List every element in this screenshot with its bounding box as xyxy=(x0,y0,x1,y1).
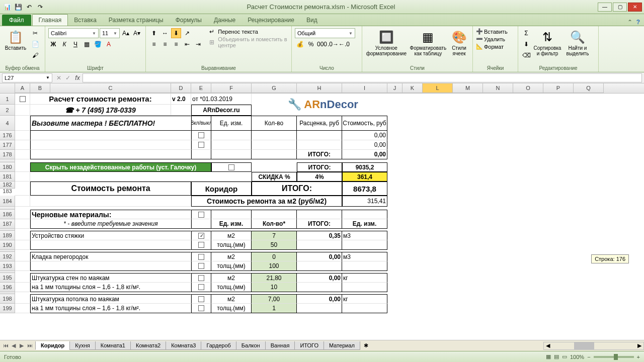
col-header[interactable]: F xyxy=(211,83,252,93)
fx-icon[interactable]: fx xyxy=(72,74,83,81)
last-sheet-icon[interactable]: ⏭ xyxy=(26,342,33,349)
view-break-icon[interactable]: ▭ xyxy=(562,353,567,360)
checkbox[interactable] xyxy=(198,305,204,311)
align-right-icon[interactable]: ≡ xyxy=(171,39,181,49)
row-header[interactable]: 2 xyxy=(0,105,15,116)
checkbox[interactable] xyxy=(198,212,204,218)
sheet-tab[interactable]: Комната3 xyxy=(166,341,201,350)
fill-color-icon[interactable]: 🪣 xyxy=(93,39,103,49)
row-header[interactable]: 192 xyxy=(0,252,15,261)
enter-icon[interactable]: ✓ xyxy=(63,74,72,81)
clear-icon[interactable]: ⌫ xyxy=(521,50,531,60)
col-header[interactable]: J xyxy=(387,83,403,93)
row-header[interactable]: 196 xyxy=(0,283,15,292)
col-header[interactable]: K xyxy=(403,83,423,93)
zoom-out-icon[interactable]: − xyxy=(587,354,590,360)
name-box[interactable]: L27▼ xyxy=(2,73,52,82)
row-header[interactable]: 190 xyxy=(0,240,15,250)
cond-format-button[interactable]: 🔲Условное форматирование xyxy=(365,28,408,70)
help-icon[interactable]: ? xyxy=(636,19,640,26)
close-button[interactable]: ✕ xyxy=(628,3,642,12)
h-scrollbar[interactable]: ◀ ▶ xyxy=(543,342,644,350)
font-name-combo[interactable]: Calibri▼ xyxy=(48,28,99,38)
col-header[interactable]: O xyxy=(513,83,543,93)
new-sheet-icon[interactable]: ✱ xyxy=(360,342,372,349)
header-title[interactable]: Расчет стоимости ремонта: xyxy=(30,94,171,105)
col-header[interactable]: C xyxy=(50,83,171,93)
insert-cells-button[interactable]: ➕ Вставить xyxy=(476,28,515,35)
col-header[interactable]: L xyxy=(423,83,453,93)
col-header[interactable]: A xyxy=(15,83,30,93)
grid-body[interactable]: 1 Расчет стоимости ремонта: v 2.0 от *01… xyxy=(0,94,644,313)
tab-formulas[interactable]: Формулы xyxy=(170,15,208,26)
tab-insert[interactable]: Вставка xyxy=(68,15,103,26)
checkbox[interactable] xyxy=(198,263,204,269)
checkbox[interactable] xyxy=(228,164,234,170)
indent-inc-icon[interactable]: ⇥ xyxy=(193,39,203,49)
row-header[interactable]: 184 xyxy=(0,196,15,207)
row-header[interactable]: 180 xyxy=(0,162,15,172)
col-header[interactable]: G xyxy=(252,83,297,93)
tab-data[interactable]: Данные xyxy=(208,15,242,26)
checkbox[interactable] xyxy=(198,254,204,260)
row-header[interactable]: 189 xyxy=(0,231,15,240)
row-header[interactable]: 4 xyxy=(0,116,15,131)
site-link[interactable]: ARnDecor.ru xyxy=(191,105,252,116)
shrink-font-icon[interactable]: A▾ xyxy=(132,28,142,38)
cancel-icon[interactable]: ✕ xyxy=(54,74,63,81)
prev-sheet-icon[interactable]: ◀ xyxy=(10,342,17,349)
zoom-level[interactable]: 100% xyxy=(570,354,584,360)
col-header[interactable]: P xyxy=(543,83,574,93)
row-header[interactable]: 178 xyxy=(0,150,15,159)
format-painter-icon[interactable]: 🖌 xyxy=(30,50,40,60)
align-left-icon[interactable]: ≡ xyxy=(149,39,159,49)
row-header[interactable]: 176 xyxy=(0,131,15,140)
sheet-tab[interactable]: Материал xyxy=(324,341,360,350)
paste-button[interactable]: 📋 Вставить xyxy=(3,28,28,70)
select-all-corner[interactable] xyxy=(0,83,15,93)
align-bottom-icon[interactable]: ⬇ xyxy=(171,28,181,38)
row-header[interactable]: 186 xyxy=(0,210,15,219)
checkbox[interactable] xyxy=(198,142,204,148)
formula-input[interactable] xyxy=(83,73,642,82)
col-header[interactable]: H xyxy=(297,83,342,93)
col-header[interactable]: D xyxy=(171,83,191,93)
row-header[interactable]: 198 xyxy=(0,294,15,304)
col-header[interactable]: M xyxy=(453,83,483,93)
align-top-icon[interactable]: ⬆ xyxy=(149,28,159,38)
zoom-in-icon[interactable]: + xyxy=(637,354,640,360)
minimize-button[interactable]: — xyxy=(598,3,612,12)
sheet-tab[interactable]: Комната2 xyxy=(130,341,166,350)
minimize-ribbon-icon[interactable]: ⌃ xyxy=(627,19,632,26)
autosum-icon[interactable]: Σ xyxy=(521,28,531,38)
checkbox[interactable] xyxy=(198,296,204,302)
copy-icon[interactable]: 📄 xyxy=(30,39,40,49)
bold-button[interactable]: Ж xyxy=(48,39,58,49)
maximize-button[interactable]: ▢ xyxy=(613,3,627,12)
undo-icon[interactable]: ↶ xyxy=(24,2,34,12)
inc-decimal-icon[interactable]: .0→ xyxy=(328,39,338,49)
checkbox[interactable] xyxy=(198,242,204,248)
currency-icon[interactable]: 💰 xyxy=(295,39,305,49)
row-header[interactable]: 181 xyxy=(0,172,15,182)
comma-icon[interactable]: 000 xyxy=(317,39,327,49)
merge-button[interactable]: ⊞ Объединить и поместить в центре xyxy=(209,36,288,48)
row-header[interactable]: 195 xyxy=(0,273,15,283)
indent-dec-icon[interactable]: ⇤ xyxy=(182,39,192,49)
borders-icon[interactable]: ▦ xyxy=(82,39,92,49)
tab-layout[interactable]: Разметка страницы xyxy=(103,15,170,26)
find-select-button[interactable]: 🔍Найти и выделить xyxy=(564,28,592,70)
font-color-icon[interactable]: A xyxy=(104,39,114,49)
sheet-tab[interactable]: Комната1 xyxy=(95,341,131,350)
align-middle-icon[interactable]: ↔ xyxy=(160,28,170,38)
grid[interactable]: A B C D E F G H I J K L M N O P Q 1 Расч… xyxy=(0,83,644,340)
checkbox[interactable] xyxy=(20,96,26,102)
first-sheet-icon[interactable]: ⏮ xyxy=(2,342,9,349)
percent-icon[interactable]: % xyxy=(306,39,316,49)
wrap-text-button[interactable]: ↵ Перенос текста xyxy=(209,28,288,35)
orientation-icon[interactable]: ↗ xyxy=(182,28,192,38)
checkbox[interactable] xyxy=(198,284,204,290)
dec-decimal-icon[interactable]: ←.0 xyxy=(339,39,349,49)
font-size-combo[interactable]: 11▼ xyxy=(100,28,120,38)
delete-cells-button[interactable]: ➖ Удалить xyxy=(476,36,515,42)
